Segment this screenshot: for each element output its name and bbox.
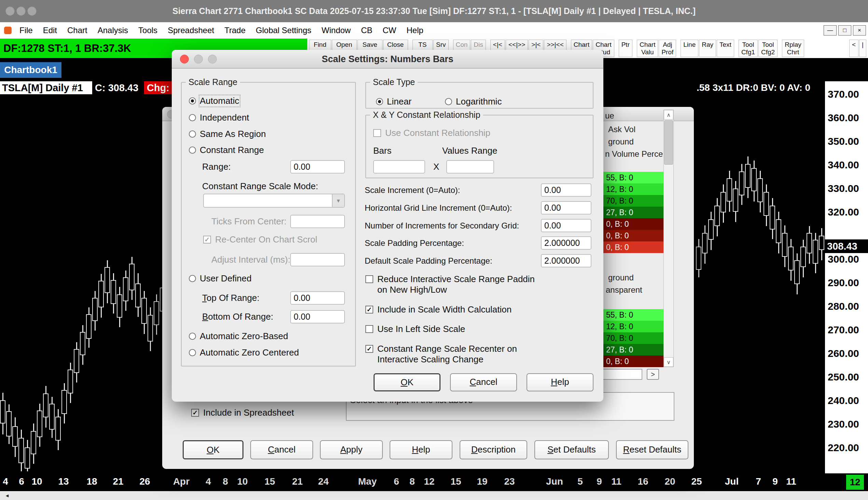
study-color-row[interactable]: 70, B: 0 <box>603 332 663 344</box>
radio-logarithmic[interactable]: Logarithmic <box>445 96 502 106</box>
toolbar-button[interactable]: Ray <box>699 39 716 57</box>
study-color-row[interactable]: 70, B: 0 <box>603 195 663 207</box>
menu-item-cw[interactable]: CW <box>378 26 402 35</box>
studies-set-defaults-button[interactable]: Set Defaults <box>534 440 609 459</box>
study-color-row[interactable]: 27, B: 0 <box>603 344 663 355</box>
recenter-on-chart-scroll-checkbox[interactable]: ✓ Re-Center On Chart Scrol <box>203 234 317 245</box>
price-label: 280.00 <box>828 300 859 312</box>
studies-ok-button[interactable]: OK <box>183 440 243 459</box>
scrollbar-thumb[interactable] <box>664 120 673 164</box>
maximize-button[interactable]: □ <box>838 25 851 35</box>
toolbar-button[interactable]: ChartValu <box>637 39 658 57</box>
radio-automatic[interactable]: Automatic <box>189 95 239 106</box>
menu-item-spreadsheet[interactable]: Spreadsheet <box>162 26 219 35</box>
studies-reset-defaults-button[interactable]: Reset Defaults <box>616 440 688 459</box>
zoom-traffic-light[interactable] <box>208 55 217 64</box>
horizontal-scrollbar[interactable]: ◄ <box>0 491 868 500</box>
setting-input[interactable]: 0.00 <box>541 219 591 232</box>
study-color-row[interactable]: 0, B: 0 <box>603 218 663 230</box>
scale-ok-button[interactable]: OK <box>374 373 441 391</box>
minimize-button[interactable]: — <box>824 25 837 35</box>
include-scale-width-checkbox[interactable]: ✓Include in Scale Width Calculation <box>365 304 512 315</box>
expand-button[interactable]: > <box>647 369 659 380</box>
radio-user-defined[interactable]: User Defined <box>189 273 252 283</box>
values-range-input[interactable] <box>446 160 494 173</box>
top-of-range-input[interactable]: 0.00 <box>290 291 345 305</box>
menu-item-chart[interactable]: Chart <box>62 26 93 35</box>
toolbar-button[interactable]: AdjProf <box>659 39 676 57</box>
window-titlebar[interactable]: Sierra Chart 2771 Chartbook1 SC Data 202… <box>0 0 868 22</box>
studies-description-button[interactable]: Description <box>460 440 527 459</box>
reduce-interactive-padding-checkbox[interactable]: Reduce Interactive Scale Range Paddinon … <box>365 274 535 295</box>
toolbar-button[interactable]: < <box>849 39 858 57</box>
radio-icon <box>376 98 383 105</box>
constant-range-recenter-checkbox[interactable]: ✓Constant Range Scale Recenter onInterac… <box>365 344 517 365</box>
close-button[interactable]: × <box>853 25 866 35</box>
use-constant-relationship-checkbox[interactable]: Use Constant Relationship <box>373 128 490 138</box>
menu-item-tools[interactable]: Tools <box>133 26 162 35</box>
use-left-side-scale-checkbox[interactable]: Use In Left Side Scale <box>365 324 465 334</box>
date-label: 11 <box>611 476 621 487</box>
menu-item-trade[interactable]: Trade <box>219 26 251 35</box>
toolbar-button[interactable]: Ptr <box>619 39 632 57</box>
toolbar-button[interactable]: Text <box>717 39 734 57</box>
menu-item-global-settings[interactable]: Global Settings <box>251 26 317 35</box>
toolbar-button[interactable]: ToolCfg1 <box>739 39 758 57</box>
study-color-row[interactable]: 0, B: 0 <box>603 355 663 367</box>
radio-constant-range[interactable]: Constant Range <box>189 145 264 155</box>
menu-item-file[interactable]: File <box>14 26 38 35</box>
toolbar-button[interactable]: | <box>859 39 866 57</box>
scroll-left-icon[interactable]: ◄ <box>1 492 13 499</box>
close-traffic-light[interactable] <box>5 7 15 16</box>
minimize-traffic-light[interactable] <box>194 55 203 64</box>
adjust-interval-input[interactable] <box>290 253 345 266</box>
study-list-scrollbar[interactable]: ∧ ∨ <box>663 110 674 367</box>
close-traffic-light[interactable] <box>180 55 189 64</box>
scale-help-button[interactable]: Help <box>527 373 593 391</box>
toolbar-button[interactable]: Line <box>681 39 698 57</box>
toolbar-button[interactable]: RplayChrt <box>782 39 804 57</box>
include-in-spreadsheet-checkbox[interactable]: ✓ Include in Spreadsheet <box>191 407 294 418</box>
study-color-row[interactable]: 27, B: 0 <box>603 207 663 218</box>
study-color-row[interactable]: 55, B: 0 <box>603 309 663 321</box>
setting-input[interactable]: 0.00 <box>541 201 591 215</box>
radio-icon <box>189 275 196 282</box>
studies-apply-button[interactable]: Apply <box>320 440 383 459</box>
ticks-from-center-input[interactable] <box>290 215 345 228</box>
bottom-of-range-input[interactable]: 0.00 <box>290 310 345 323</box>
toolbar-button[interactable]: ToolCfg2 <box>758 39 777 57</box>
window-controls: —□× <box>822 25 866 35</box>
studies-help-button[interactable]: Help <box>390 440 453 459</box>
setting-input[interactable]: 2.000000 <box>541 254 591 268</box>
study-color-row[interactable]: 55, B: 0 <box>603 172 663 183</box>
radio-automatic-zero-based[interactable]: Automatic Zero-Based <box>189 331 288 341</box>
menu-item-help[interactable]: Help <box>402 26 429 35</box>
minimize-traffic-light[interactable] <box>16 7 26 16</box>
radio-automatic-zero-centered[interactable]: Automatic Zero Centered <box>189 347 299 357</box>
range-input[interactable]: 0.00 <box>290 160 345 173</box>
scroll-up-button[interactable]: ∧ <box>664 110 673 120</box>
bars-input[interactable] <box>373 160 425 173</box>
zoom-traffic-light[interactable] <box>27 7 36 16</box>
radio-linear[interactable]: Linear <box>376 96 411 106</box>
study-value-input[interactable] <box>601 369 642 380</box>
radio-independent[interactable]: Independent <box>189 112 249 123</box>
study-color-row[interactable]: 12, B: 0 <box>603 321 663 332</box>
study-color-row[interactable]: 12, B: 0 <box>603 183 663 195</box>
setting-input[interactable]: 0.00 <box>541 183 591 197</box>
constant-range-scale-mode-select[interactable]: ▼ <box>203 194 345 208</box>
study-color-row[interactable]: 0, B: 0 <box>603 230 663 241</box>
menu-item-window[interactable]: Window <box>317 26 356 35</box>
tab-chartbook1[interactable]: Chartbook1 <box>0 62 61 78</box>
dialog-titlebar[interactable]: Scale Settings: Numbers Bars <box>172 50 603 69</box>
radio-same-as-region[interactable]: Same As Region <box>189 129 266 139</box>
scale-cancel-button[interactable]: Cancel <box>450 373 517 391</box>
setting-input[interactable]: 2.000000 <box>541 236 591 250</box>
price-label: 370.00 <box>828 89 859 100</box>
study-color-row[interactable]: 0, B: 0 <box>603 241 663 253</box>
menu-item-cb[interactable]: CB <box>356 26 377 35</box>
studies-cancel-button[interactable]: Cancel <box>250 440 313 459</box>
menu-item-edit[interactable]: Edit <box>38 26 62 35</box>
menu-item-analysis[interactable]: Analysis <box>93 26 133 35</box>
scroll-down-button[interactable]: ∨ <box>664 357 673 367</box>
